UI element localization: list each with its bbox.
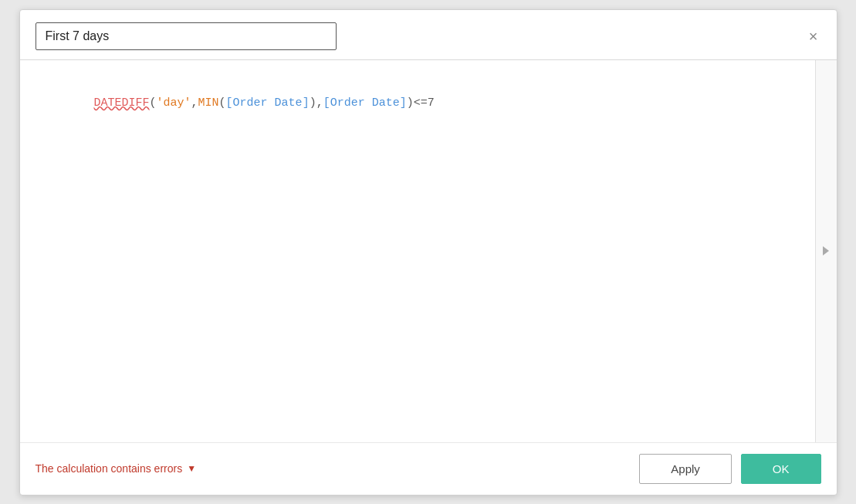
dialog-header: × [20, 10, 837, 59]
operator: )<=7 [407, 96, 435, 110]
chevron-right-icon [823, 246, 829, 255]
close-button[interactable]: × [806, 25, 821, 47]
ok-button[interactable]: OK [741, 454, 821, 484]
comma2: , [316, 96, 323, 110]
comma1: , [191, 96, 198, 110]
open-paren2: ( [219, 96, 226, 110]
calculation-title-input[interactable] [36, 22, 337, 50]
error-text: The calculation contains errors [36, 462, 183, 475]
dialog-body: DATEDIFF('day',MIN([Order Date]),[Order … [20, 60, 837, 442]
formula-editor[interactable]: DATEDIFF('day',MIN([Order Date]),[Order … [20, 60, 815, 442]
close-icon: × [809, 28, 818, 45]
close-paren1: ) [310, 96, 316, 110]
open-paren: ( [150, 96, 157, 110]
arg-string: 'day' [157, 96, 191, 110]
field1: [Order Date] [226, 96, 310, 110]
sidebar-toggle[interactable] [815, 60, 837, 442]
field2: [Order Date] [323, 96, 407, 110]
apply-button[interactable]: Apply [639, 454, 732, 484]
footer-buttons: Apply OK [639, 454, 820, 484]
fn-datediff: DATEDIFF [94, 96, 150, 110]
fn-min: MIN [198, 96, 219, 110]
error-message[interactable]: The calculation contains errors ▼ [36, 462, 197, 475]
formula-text: DATEDIFF('day',MIN([Order Date]),[Order … [39, 96, 435, 128]
calculation-dialog: × DATEDIFF('day',MIN([Order Date]),[Orde… [19, 9, 837, 496]
dialog-footer: The calculation contains errors ▼ Apply … [20, 442, 837, 495]
error-dropdown-arrow: ▼ [187, 463, 196, 474]
